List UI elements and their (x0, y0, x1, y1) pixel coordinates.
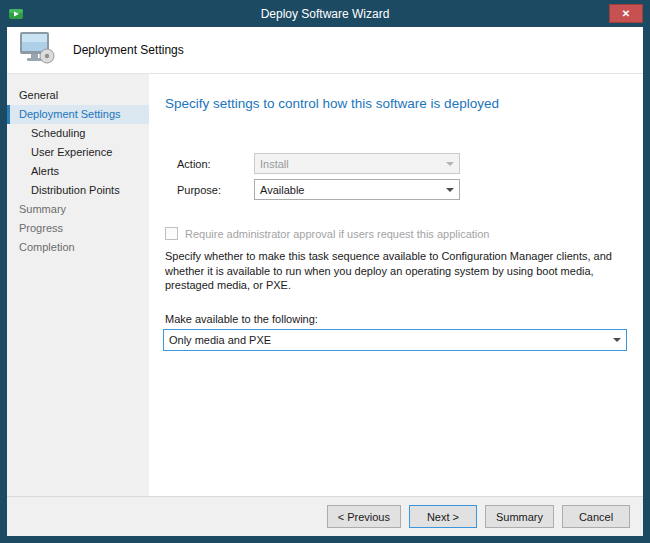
content-panel: Specify settings to control how this sof… (149, 74, 643, 496)
sidebar-item-scheduling[interactable]: Scheduling (7, 124, 149, 143)
wizard-sidebar: General Deployment Settings Scheduling U… (7, 74, 149, 496)
make-available-label: Make available to the following: (165, 313, 627, 325)
page-title: Deployment Settings (73, 43, 184, 57)
purpose-value: Available (255, 184, 441, 196)
wizard-footer: < Previous Next > Summary Cancel (7, 496, 643, 536)
window-title: Deploy Software Wizard (7, 7, 643, 21)
sidebar-item-distribution-points[interactable]: Distribution Points (7, 181, 149, 200)
make-available-dropdown-arrow-icon (608, 330, 626, 350)
action-dropdown-arrow-icon (441, 154, 459, 173)
action-label: Action: (177, 158, 254, 170)
action-dropdown: Install (254, 153, 460, 174)
next-button[interactable]: Next > (409, 505, 477, 528)
sidebar-item-completion[interactable]: Completion (7, 238, 149, 257)
purpose-dropdown[interactable]: Available (254, 179, 460, 200)
sidebar-item-summary[interactable]: Summary (7, 200, 149, 219)
wizard-header: Deployment Settings (7, 27, 643, 74)
deploy-software-wizard-window: Deploy Software Wizard ✕ Deployment Sett… (0, 0, 650, 543)
sidebar-item-general[interactable]: General (7, 86, 149, 105)
deployment-settings-icon (18, 31, 56, 69)
action-value: Install (255, 158, 441, 170)
cancel-button[interactable]: Cancel (562, 505, 630, 528)
dialog-body: Deployment Settings General Deployment S… (7, 27, 643, 536)
main-area: General Deployment Settings Scheduling U… (7, 74, 643, 496)
approval-checkbox-row: Require administrator approval if users … (165, 227, 627, 240)
previous-button[interactable]: < Previous (327, 505, 401, 528)
titlebar: Deploy Software Wizard ✕ (7, 0, 643, 27)
approval-checkbox-label: Require administrator approval if users … (185, 228, 490, 240)
approval-checkbox (165, 227, 178, 240)
sidebar-item-alerts[interactable]: Alerts (7, 162, 149, 181)
make-available-dropdown[interactable]: Only media and PXE (163, 329, 627, 351)
purpose-label: Purpose: (177, 184, 254, 196)
close-icon: ✕ (622, 8, 630, 19)
sidebar-item-progress[interactable]: Progress (7, 219, 149, 238)
summary-button[interactable]: Summary (485, 505, 554, 528)
purpose-dropdown-arrow-icon (441, 180, 459, 199)
content-heading: Specify settings to control how this sof… (165, 96, 627, 111)
close-button[interactable]: ✕ (609, 4, 643, 23)
sidebar-item-deployment-settings[interactable]: Deployment Settings (7, 105, 149, 124)
make-available-value: Only media and PXE (164, 334, 608, 346)
purpose-row: Purpose: Available (177, 179, 627, 200)
sidebar-item-user-experience[interactable]: User Experience (7, 143, 149, 162)
task-sequence-description: Specify whether to make this task sequen… (165, 249, 623, 293)
action-row: Action: Install (177, 153, 627, 174)
